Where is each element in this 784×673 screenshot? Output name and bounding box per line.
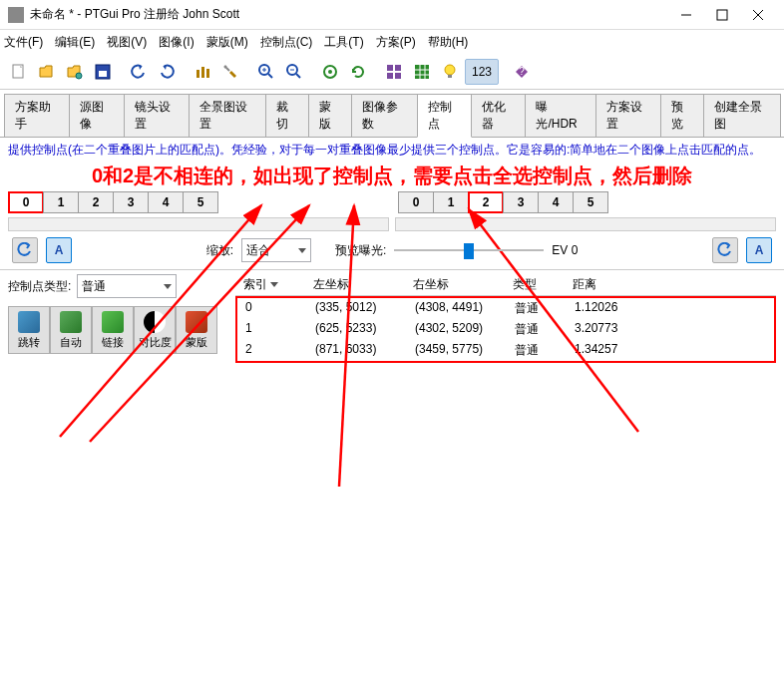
svg-rect-22 (387, 73, 393, 79)
svg-rect-21 (395, 65, 401, 71)
cp-type-select[interactable]: 普通 (77, 274, 177, 298)
left-a-button[interactable]: A (46, 237, 72, 263)
left-undo-button[interactable] (12, 237, 38, 263)
svg-point-19 (328, 70, 332, 74)
tab-exposure-hdr[interactable]: 曝光/HDR (525, 94, 595, 137)
right-undo-button[interactable] (712, 237, 738, 263)
svg-point-5 (76, 73, 82, 79)
mask-button[interactable]: 蒙版 (176, 306, 217, 354)
menu-edit[interactable]: 编辑(E) (55, 34, 95, 51)
left-tab-2[interactable]: 2 (78, 191, 114, 213)
menu-view[interactable]: 视图(V) (107, 34, 147, 51)
cp-type-label: 控制点类型: (8, 278, 71, 295)
numeric-transform-button[interactable]: 123 (465, 59, 499, 85)
col-right[interactable]: 右坐标 (405, 276, 505, 293)
help-icon[interactable]: ? (509, 59, 535, 85)
tab-project-settings[interactable]: 方案设置 (595, 94, 661, 137)
menu-image[interactable]: 图像(I) (159, 34, 194, 51)
tab-image-params[interactable]: 图像参数 (351, 94, 417, 137)
redo-icon[interactable] (154, 59, 180, 85)
detail-view-icon[interactable] (381, 59, 407, 85)
col-type[interactable]: 类型 (505, 276, 565, 293)
tab-preview[interactable]: 预览 (660, 94, 704, 137)
new-icon[interactable] (6, 59, 32, 85)
menu-file[interactable]: 文件(F) (4, 34, 43, 51)
title-bar: 未命名 * - PTGui Pro 注册给 John Scott (0, 0, 784, 30)
maximize-button[interactable] (704, 3, 740, 27)
tab-control-points[interactable]: 控制点 (417, 94, 472, 138)
tab-create-panorama[interactable]: 创建全景图 (703, 94, 781, 137)
col-left[interactable]: 左坐标 (305, 276, 405, 293)
table-row[interactable]: 0(335, 5012)(4308, 4491)普通1.12026 (237, 298, 774, 319)
zoom-in-icon[interactable] (253, 59, 279, 85)
right-tab-4[interactable]: 4 (538, 191, 574, 213)
right-tab-5[interactable]: 5 (573, 191, 608, 213)
right-tab-0[interactable]: 0 (398, 191, 434, 213)
open-icon[interactable] (34, 59, 60, 85)
svg-rect-8 (196, 70, 199, 78)
col-dist[interactable]: 距离 (565, 276, 644, 293)
tab-assistant[interactable]: 方案助手 (4, 94, 70, 137)
left-scrollbar[interactable] (8, 217, 389, 231)
toolbar-number-label: 123 (472, 65, 492, 79)
zoom-select[interactable]: 适合 (241, 238, 311, 262)
link-button[interactable]: 链接 (92, 306, 134, 354)
undo-icon[interactable] (126, 59, 152, 85)
table-header: 索引 左坐标 右坐标 类型 距离 (235, 274, 776, 296)
tab-source-images[interactable]: 源图像 (69, 94, 124, 137)
right-tab-3[interactable]: 3 (503, 191, 539, 213)
tab-mask[interactable]: 蒙版 (308, 94, 352, 137)
view-controls: A 缩放: 适合 预览曝光: EV 0 A (0, 231, 784, 269)
menu-project[interactable]: 方案(P) (376, 34, 416, 51)
right-scrollbar[interactable] (395, 217, 776, 231)
svg-rect-23 (395, 73, 401, 79)
tab-panorama-settings[interactable]: 全景图设置 (189, 94, 266, 137)
tab-crop[interactable]: 裁切 (265, 94, 309, 137)
grid-view-icon[interactable] (409, 59, 435, 85)
right-image-tabs: 0 1 2 3 4 5 (398, 191, 607, 213)
mode-button-grid: 跳转 自动 链接 对比度 蒙版 (8, 306, 227, 354)
app-icon (8, 7, 24, 23)
left-tab-1[interactable]: 1 (43, 191, 79, 213)
exposure-slider[interactable] (394, 240, 544, 260)
tab-optimizer[interactable]: 优化器 (471, 94, 526, 137)
left-tab-0[interactable]: 0 (8, 191, 44, 213)
left-tab-5[interactable]: 5 (183, 191, 218, 213)
svg-rect-1 (717, 10, 727, 20)
contrast-button[interactable]: 对比度 (134, 306, 176, 354)
svg-rect-10 (206, 69, 209, 78)
open-recent-icon[interactable] (62, 59, 88, 85)
auto-button[interactable]: 自动 (50, 306, 92, 354)
svg-text:?: ? (519, 66, 525, 77)
left-tab-4[interactable]: 4 (148, 191, 184, 213)
svg-point-29 (445, 65, 455, 75)
menu-tools[interactable]: 工具(T) (324, 34, 363, 51)
save-icon[interactable] (90, 59, 116, 85)
menu-mask[interactable]: 蒙版(M) (206, 34, 248, 51)
minimize-button[interactable] (668, 3, 704, 27)
refresh-icon[interactable] (345, 59, 371, 85)
panorama-row: 948351711612 48351071112 (0, 213, 784, 231)
align-icon[interactable] (317, 59, 343, 85)
lightbulb-icon[interactable] (437, 59, 463, 85)
col-index[interactable]: 索引 (235, 276, 305, 293)
settings-icon[interactable] (190, 59, 215, 85)
table-row[interactable]: 1(625, 5233)(4302, 5209)普通3.20773 (237, 319, 774, 340)
window-title: 未命名 * - PTGui Pro 注册给 John Scott (30, 6, 668, 23)
tools-icon[interactable] (217, 59, 243, 85)
svg-rect-30 (448, 75, 452, 78)
close-button[interactable] (740, 3, 776, 27)
tab-lens-settings[interactable]: 镜头设置 (124, 94, 190, 137)
right-a-button[interactable]: A (746, 237, 772, 263)
jump-button[interactable]: 跳转 (8, 306, 50, 354)
left-tab-3[interactable]: 3 (113, 191, 149, 213)
cp-options-panel: 控制点类型: 普通 跳转 自动 链接 对比度 蒙版 (8, 274, 227, 363)
menu-help[interactable]: 帮助(H) (428, 34, 469, 51)
right-tab-1[interactable]: 1 (433, 191, 469, 213)
menu-control-points[interactable]: 控制点(C) (260, 34, 313, 51)
toolbar: 123 ? (0, 54, 784, 90)
annotation-text: 0和2是不相连的，如出现了控制点，需要点击全选控制点，然后删除 (0, 163, 784, 191)
zoom-out-icon[interactable] (281, 59, 307, 85)
right-tab-2[interactable]: 2 (468, 191, 504, 213)
table-row[interactable]: 2(871, 6033)(3459, 5775)普通1.34257 (237, 340, 774, 361)
